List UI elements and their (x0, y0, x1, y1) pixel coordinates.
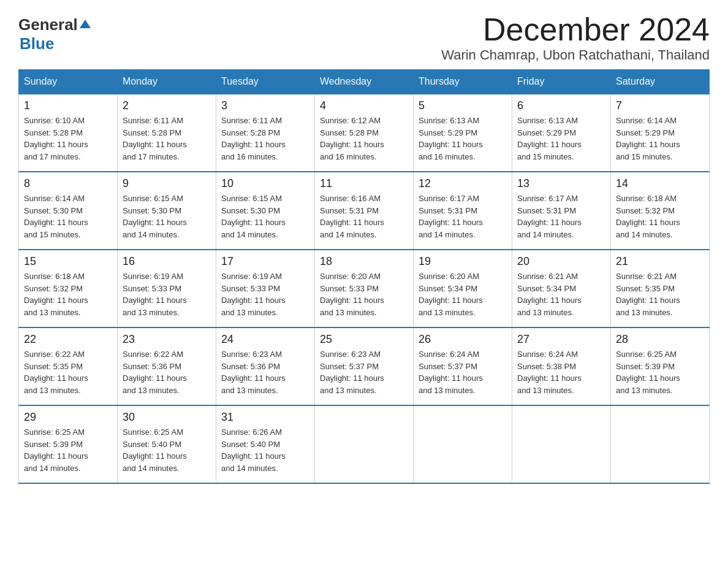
day-number: 23 (123, 333, 211, 346)
calendar-cell: 29 Sunrise: 6:25 AM Sunset: 5:39 PM Dayl… (19, 405, 118, 483)
day-info: Sunrise: 6:19 AM Sunset: 5:33 PM Dayligh… (221, 270, 309, 318)
calendar-cell: 4 Sunrise: 6:12 AM Sunset: 5:28 PM Dayli… (315, 94, 414, 172)
day-info: Sunrise: 6:19 AM Sunset: 5:33 PM Dayligh… (123, 270, 211, 318)
logo-blue: Blue (20, 34, 54, 53)
day-info: Sunrise: 6:21 AM Sunset: 5:34 PM Dayligh… (517, 270, 605, 318)
header-tuesday: Tuesday (216, 70, 315, 94)
day-number: 7 (616, 99, 704, 112)
calendar-cell: 12 Sunrise: 6:17 AM Sunset: 5:31 PM Dayl… (414, 172, 512, 250)
day-number: 6 (517, 99, 605, 112)
day-info: Sunrise: 6:22 AM Sunset: 5:35 PM Dayligh… (24, 348, 112, 396)
calendar-cell: 11 Sunrise: 6:16 AM Sunset: 5:31 PM Dayl… (315, 172, 414, 250)
calendar-cell: 19 Sunrise: 6:20 AM Sunset: 5:34 PM Dayl… (414, 250, 512, 327)
day-info: Sunrise: 6:13 AM Sunset: 5:29 PM Dayligh… (419, 115, 507, 163)
calendar-cell: 9 Sunrise: 6:15 AM Sunset: 5:30 PM Dayli… (118, 172, 216, 250)
header-monday: Monday (118, 70, 216, 94)
day-info: Sunrise: 6:25 AM Sunset: 5:39 PM Dayligh… (616, 348, 704, 396)
day-info: Sunrise: 6:25 AM Sunset: 5:39 PM Dayligh… (24, 426, 112, 474)
week-row-2: 8 Sunrise: 6:14 AM Sunset: 5:30 PM Dayli… (19, 172, 710, 250)
calendar-cell: 26 Sunrise: 6:24 AM Sunset: 5:37 PM Dayl… (414, 327, 512, 405)
day-number: 25 (320, 333, 408, 346)
day-number: 27 (517, 333, 605, 346)
calendar-cell: 13 Sunrise: 6:17 AM Sunset: 5:31 PM Dayl… (512, 172, 611, 250)
day-info: Sunrise: 6:11 AM Sunset: 5:28 PM Dayligh… (221, 115, 309, 163)
day-info: Sunrise: 6:11 AM Sunset: 5:28 PM Dayligh… (123, 115, 211, 163)
day-number: 3 (221, 99, 309, 112)
day-number: 11 (320, 177, 408, 190)
logo-general: General (18, 15, 78, 34)
day-number: 17 (221, 255, 309, 268)
day-info: Sunrise: 6:15 AM Sunset: 5:30 PM Dayligh… (221, 193, 309, 240)
month-title: December 2024 (441, 12, 710, 47)
day-info: Sunrise: 6:10 AM Sunset: 5:28 PM Dayligh… (24, 115, 112, 163)
header-sunday: Sunday (19, 70, 118, 94)
day-number: 20 (517, 255, 605, 268)
logo-icon: General (18, 15, 92, 34)
calendar-cell: 17 Sunrise: 6:19 AM Sunset: 5:33 PM Dayl… (216, 250, 315, 327)
day-info: Sunrise: 6:15 AM Sunset: 5:30 PM Dayligh… (123, 193, 211, 240)
calendar-cell: 16 Sunrise: 6:19 AM Sunset: 5:33 PM Dayl… (118, 250, 216, 327)
day-info: Sunrise: 6:23 AM Sunset: 5:36 PM Dayligh… (221, 348, 309, 396)
calendar-cell: 18 Sunrise: 6:20 AM Sunset: 5:33 PM Dayl… (315, 250, 414, 327)
calendar-cell: 8 Sunrise: 6:14 AM Sunset: 5:30 PM Dayli… (19, 172, 118, 250)
calendar-cell: 20 Sunrise: 6:21 AM Sunset: 5:34 PM Dayl… (512, 250, 611, 327)
calendar-cell: 7 Sunrise: 6:14 AM Sunset: 5:29 PM Dayli… (611, 94, 710, 172)
header-saturday: Saturday (611, 70, 710, 94)
day-number: 2 (123, 99, 211, 112)
calendar-header-row: SundayMondayTuesdayWednesdayThursdayFrid… (19, 70, 710, 94)
week-row-4: 22 Sunrise: 6:22 AM Sunset: 5:35 PM Dayl… (19, 327, 710, 405)
svg-marker-0 (80, 20, 91, 28)
calendar-cell: 2 Sunrise: 6:11 AM Sunset: 5:28 PM Dayli… (118, 94, 216, 172)
day-info: Sunrise: 6:18 AM Sunset: 5:32 PM Dayligh… (616, 193, 704, 240)
week-row-1: 1 Sunrise: 6:10 AM Sunset: 5:28 PM Dayli… (19, 94, 710, 172)
logo-triangle-icon (78, 17, 92, 31)
header-thursday: Thursday (414, 70, 512, 94)
day-number: 12 (419, 177, 507, 190)
calendar-cell: 1 Sunrise: 6:10 AM Sunset: 5:28 PM Dayli… (19, 94, 118, 172)
week-row-5: 29 Sunrise: 6:25 AM Sunset: 5:39 PM Dayl… (19, 405, 710, 483)
calendar-cell: 5 Sunrise: 6:13 AM Sunset: 5:29 PM Dayli… (414, 94, 512, 172)
day-number: 16 (123, 255, 211, 268)
calendar-cell: 21 Sunrise: 6:21 AM Sunset: 5:35 PM Dayl… (611, 250, 710, 327)
calendar-cell (414, 405, 512, 483)
day-number: 9 (123, 177, 211, 190)
day-info: Sunrise: 6:16 AM Sunset: 5:31 PM Dayligh… (320, 193, 408, 240)
day-info: Sunrise: 6:13 AM Sunset: 5:29 PM Dayligh… (517, 115, 605, 163)
calendar-cell: 25 Sunrise: 6:23 AM Sunset: 5:37 PM Dayl… (315, 327, 414, 405)
calendar-cell: 23 Sunrise: 6:22 AM Sunset: 5:36 PM Dayl… (118, 327, 216, 405)
day-number: 28 (616, 333, 704, 346)
calendar-cell (512, 405, 611, 483)
day-number: 18 (320, 255, 408, 268)
title-section: December 2024 Warin Chamrap, Ubon Ratcha… (441, 12, 710, 63)
day-info: Sunrise: 6:26 AM Sunset: 5:40 PM Dayligh… (221, 426, 309, 474)
calendar-cell: 3 Sunrise: 6:11 AM Sunset: 5:28 PM Dayli… (216, 94, 315, 172)
header-wednesday: Wednesday (315, 70, 414, 94)
calendar-cell: 6 Sunrise: 6:13 AM Sunset: 5:29 PM Dayli… (512, 94, 611, 172)
day-info: Sunrise: 6:17 AM Sunset: 5:31 PM Dayligh… (419, 193, 507, 240)
day-number: 26 (419, 333, 507, 346)
day-info: Sunrise: 6:20 AM Sunset: 5:33 PM Dayligh… (320, 270, 408, 318)
day-number: 30 (123, 411, 211, 424)
day-number: 14 (616, 177, 704, 190)
calendar-table: SundayMondayTuesdayWednesdayThursdayFrid… (18, 69, 710, 484)
calendar-cell: 15 Sunrise: 6:18 AM Sunset: 5:32 PM Dayl… (19, 250, 118, 327)
day-info: Sunrise: 6:14 AM Sunset: 5:30 PM Dayligh… (24, 193, 112, 240)
day-number: 15 (24, 255, 112, 268)
calendar-cell: 22 Sunrise: 6:22 AM Sunset: 5:35 PM Dayl… (19, 327, 118, 405)
calendar-cell: 10 Sunrise: 6:15 AM Sunset: 5:30 PM Dayl… (216, 172, 315, 250)
day-number: 19 (419, 255, 507, 268)
day-info: Sunrise: 6:20 AM Sunset: 5:34 PM Dayligh… (419, 270, 507, 318)
day-info: Sunrise: 6:14 AM Sunset: 5:29 PM Dayligh… (616, 115, 704, 163)
week-row-3: 15 Sunrise: 6:18 AM Sunset: 5:32 PM Dayl… (19, 250, 710, 327)
calendar-cell: 24 Sunrise: 6:23 AM Sunset: 5:36 PM Dayl… (216, 327, 315, 405)
day-info: Sunrise: 6:17 AM Sunset: 5:31 PM Dayligh… (517, 193, 605, 240)
page-header: General Blue December 2024 Warin Chamrap… (18, 12, 710, 63)
day-number: 8 (24, 177, 112, 190)
location-subtitle: Warin Chamrap, Ubon Ratchathani, Thailan… (441, 47, 710, 63)
day-number: 29 (24, 411, 112, 424)
day-info: Sunrise: 6:18 AM Sunset: 5:32 PM Dayligh… (24, 270, 112, 318)
day-info: Sunrise: 6:24 AM Sunset: 5:38 PM Dayligh… (517, 348, 605, 396)
header-friday: Friday (512, 70, 611, 94)
day-info: Sunrise: 6:24 AM Sunset: 5:37 PM Dayligh… (419, 348, 507, 396)
calendar-cell (611, 405, 710, 483)
